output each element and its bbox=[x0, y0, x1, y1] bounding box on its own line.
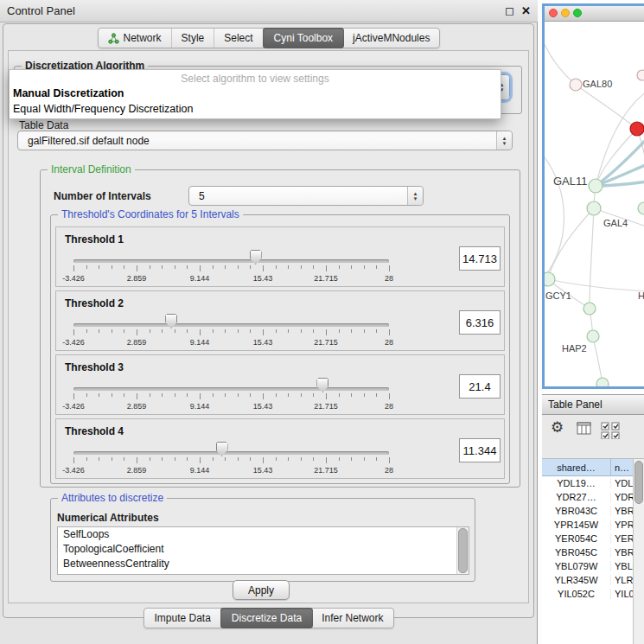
node-label-gal80[interactable]: GAL80 bbox=[583, 79, 612, 89]
scrollbar-thumb[interactable] bbox=[458, 528, 468, 573]
threshold-value-field[interactable]: 6.316 bbox=[459, 310, 501, 335]
table-row[interactable]: YER054CYER0… bbox=[542, 532, 644, 545]
network-view-window[interactable]: GAL80 GAL11 GAL4 GCY1 HAP2 H bbox=[542, 3, 644, 389]
zoom-traffic-light-icon[interactable] bbox=[573, 9, 582, 17]
slider-track[interactable] bbox=[73, 323, 389, 327]
slider-track[interactable] bbox=[73, 451, 389, 455]
cell-shared-name[interactable]: YBL079W bbox=[542, 561, 611, 571]
table-row[interactable]: YBL079WYBL0… bbox=[542, 559, 644, 573]
table-row[interactable]: YBR045CYBR0… bbox=[542, 545, 644, 559]
number-of-intervals-select[interactable]: 5 ▲▼ bbox=[188, 186, 424, 206]
combo-stepper-icon: ▲▼ bbox=[407, 187, 423, 205]
threshold-panel: Threshold 4-3.4262.8599.14415.4321.71528… bbox=[55, 418, 505, 479]
bottom-tab-discretize-data[interactable]: Discretize Data bbox=[220, 608, 313, 628]
threshold-value-field[interactable]: 14.713 bbox=[459, 246, 501, 271]
slider-track[interactable] bbox=[73, 259, 389, 263]
tab-label: Discretize Data bbox=[232, 612, 302, 624]
number-of-intervals-label: Number of Intervals bbox=[54, 190, 151, 202]
tab-label: Impute Data bbox=[154, 612, 210, 624]
slider-tick-labels: -3.4262.8599.14415.4321.71528 bbox=[73, 466, 389, 475]
attribute-item[interactable]: TopologicalCoefficient bbox=[58, 542, 469, 557]
threshold-panel: Threshold 1-3.4262.8599.14415.4321.71528… bbox=[55, 226, 505, 287]
table-scrollbar[interactable] bbox=[633, 459, 644, 644]
number-of-intervals-value: 5 bbox=[189, 190, 205, 202]
close-panel-icon[interactable]: ✕ bbox=[521, 4, 531, 17]
algorithm-option[interactable]: Manual Discretization bbox=[10, 86, 501, 101]
cell-shared-name[interactable]: YIL052C bbox=[542, 589, 611, 599]
table-row[interactable]: YLR345WYLR3… bbox=[542, 573, 644, 587]
select-columns-icon[interactable] bbox=[601, 422, 622, 442]
dropdown-options: Manual DiscretizationEqual Width/Frequen… bbox=[10, 86, 501, 117]
cell-shared-name[interactable]: YLR345W bbox=[542, 575, 611, 585]
combo-stepper-icon: ▲▼ bbox=[496, 131, 512, 150]
cell-shared-name[interactable]: YDL19… bbox=[542, 478, 611, 488]
table-data-value: galFiltered.sif default node bbox=[18, 135, 150, 147]
algorithm-option[interactable]: Equal Width/Frequency Discretization bbox=[10, 101, 501, 117]
tab-network[interactable]: Network bbox=[99, 29, 172, 48]
table-row[interactable]: YDL19…YDL1… bbox=[542, 476, 644, 490]
bottom-tab-impute-data[interactable]: Impute Data bbox=[144, 609, 220, 628]
node-label-gcy1[interactable]: GCY1 bbox=[545, 290, 571, 301]
tab-jactivemnodules[interactable]: jActiveMNodules bbox=[343, 29, 439, 48]
table-row[interactable]: YIL052CYIL0… bbox=[542, 587, 644, 601]
cell-shared-name[interactable]: YBR043C bbox=[542, 506, 611, 516]
network-icon bbox=[108, 33, 119, 44]
tab-select[interactable]: Select bbox=[214, 29, 263, 48]
threshold-label: Threshold 1 bbox=[65, 233, 124, 245]
threshold-slider[interactable]: -3.4262.8599.14415.4321.71528 bbox=[73, 441, 389, 477]
node-attribute-table[interactable]: shared… n… YDL19…YDL1…YDR27…YDR2…YBR043C… bbox=[542, 459, 644, 644]
cell-shared-name[interactable]: YPR145W bbox=[542, 520, 611, 530]
tab-style[interactable]: Style bbox=[172, 29, 215, 48]
attribute-item[interactable]: SelfLoops bbox=[58, 527, 469, 542]
cell-shared-name[interactable]: YBR045C bbox=[542, 547, 611, 558]
slider-track[interactable] bbox=[73, 387, 389, 391]
numerical-attributes-list[interactable]: SelfLoopsTopologicalCoefficientBetweenne… bbox=[57, 526, 469, 575]
node-label-gal4[interactable]: GAL4 bbox=[603, 218, 628, 228]
network-window-titlebar[interactable] bbox=[545, 6, 644, 22]
node-label-hap2[interactable]: HAP2 bbox=[562, 343, 587, 354]
cell-shared-name[interactable]: YDR27… bbox=[542, 492, 611, 502]
tab-label: jActiveMNodules bbox=[353, 32, 430, 44]
table-row[interactable]: YDR27…YDR2… bbox=[542, 490, 644, 504]
thresholds-group-title: Threshold's Coordinates for 5 Intervals bbox=[58, 208, 243, 220]
column-header-shared-name[interactable]: shared… bbox=[542, 459, 611, 475]
table-panel-header[interactable]: Table Panel bbox=[542, 394, 644, 415]
cell-shared-name[interactable]: YER054C bbox=[542, 533, 611, 544]
table-row[interactable]: YBR043CYBR0… bbox=[542, 504, 644, 518]
tab-label: Style bbox=[182, 32, 205, 44]
threshold-slider[interactable]: -3.4262.8599.14415.4321.71528 bbox=[73, 377, 389, 413]
network-graph bbox=[545, 22, 644, 386]
table-row[interactable]: YPR145WYPR1… bbox=[542, 518, 644, 532]
table-data-label: Table Data bbox=[19, 119, 68, 131]
attributes-scrollbar[interactable] bbox=[456, 527, 469, 574]
tab-cyni-toolbox[interactable]: Cyni Toolbox bbox=[263, 28, 344, 48]
attributes-group-title: Attributes to discretize bbox=[58, 492, 167, 504]
attribute-item[interactable]: BetweennessCentrality bbox=[58, 557, 469, 571]
dropdown-placeholder: Select algorithm to view settings bbox=[10, 70, 501, 86]
bottom-tab-infer-network[interactable]: Infer Network bbox=[312, 609, 392, 628]
control-panel: Control Panel ◻ ✕ NetworkStyleSelectCyni… bbox=[0, 0, 538, 644]
threshold-value-field[interactable]: 21.4 bbox=[459, 374, 501, 399]
float-window-icon[interactable]: ◻ bbox=[505, 4, 514, 17]
threshold-slider[interactable]: -3.4262.8599.14415.4321.71528 bbox=[73, 313, 389, 349]
tab-label: Infer Network bbox=[322, 612, 383, 624]
gear-icon[interactable]: ⚙ bbox=[551, 418, 564, 437]
table-data-select[interactable]: galFiltered.sif default node ▲▼ bbox=[17, 131, 513, 150]
node-table-body: YDL19…YDL1…YDR27…YDR2…YBR043CYBR0…YPR145… bbox=[542, 476, 644, 601]
threshold-value-field[interactable]: 11.344 bbox=[459, 438, 501, 462]
slider-ticks bbox=[73, 393, 389, 400]
network-canvas[interactable]: GAL80 GAL11 GAL4 GCY1 HAP2 H bbox=[545, 22, 644, 386]
threshold-slider[interactable]: -3.4262.8599.14415.4321.71528 bbox=[73, 249, 389, 285]
node-label-gal11[interactable]: GAL11 bbox=[553, 175, 588, 188]
apply-button[interactable]: Apply bbox=[233, 580, 290, 600]
threshold-label: Threshold 2 bbox=[65, 297, 124, 309]
scrollbar-thumb[interactable] bbox=[634, 461, 643, 504]
node-label-partial[interactable]: H bbox=[638, 290, 644, 301]
tab-label: Cyni Toolbox bbox=[274, 32, 333, 44]
columns-icon[interactable] bbox=[577, 422, 592, 438]
minimize-traffic-light-icon[interactable] bbox=[561, 9, 570, 17]
control-panel-titlebar: Control Panel ◻ ✕ bbox=[0, 0, 538, 22]
tab-label: Network bbox=[124, 32, 162, 44]
slider-tick-labels: -3.4262.8599.14415.4321.71528 bbox=[73, 338, 389, 348]
close-traffic-light-icon[interactable] bbox=[549, 9, 558, 17]
